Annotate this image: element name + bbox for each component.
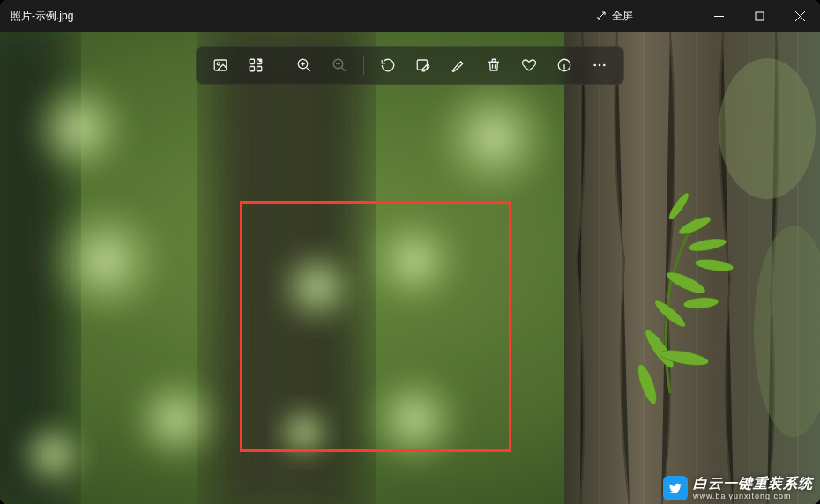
rotate-icon — [380, 57, 396, 73]
svg-point-14 — [719, 58, 816, 199]
svg-rect-26 — [214, 60, 227, 70]
more-icon — [592, 57, 608, 73]
svg-rect-30 — [250, 67, 254, 71]
delete-button[interactable] — [479, 50, 509, 80]
window-title: 照片 - 示例.jpg — [0, 9, 584, 24]
close-button[interactable] — [779, 0, 820, 32]
titlebar: 照片 - 示例.jpg 全屏 — [0, 0, 820, 32]
favorite-icon — [521, 57, 537, 73]
fullscreen-label: 全屏 — [612, 9, 633, 24]
svg-point-32 — [258, 59, 262, 63]
zoom-out-icon — [332, 57, 347, 73]
toolbar-separator — [363, 56, 364, 75]
svg-point-11 — [16, 418, 90, 492]
minimize-button[interactable] — [698, 0, 739, 32]
zoom-in-icon — [296, 57, 312, 73]
zoom-in-button[interactable] — [289, 50, 319, 80]
edit-image-button[interactable] — [408, 50, 438, 80]
svg-point-10 — [26, 76, 132, 182]
image-button[interactable] — [205, 50, 235, 80]
delete-icon — [486, 57, 502, 73]
edit-image-icon — [415, 57, 431, 73]
svg-point-9 — [430, 74, 557, 201]
svg-point-37 — [593, 64, 596, 67]
markup-icon — [451, 57, 466, 73]
app-window: 照片 - 示例.jpg 全屏 — [0, 0, 820, 504]
zoom-out-button — [324, 50, 354, 80]
film-strip-icon — [248, 57, 264, 73]
rotate-button[interactable] — [373, 50, 403, 80]
maximize-button[interactable] — [739, 0, 779, 32]
selection-rectangle[interactable] — [240, 201, 512, 452]
svg-point-4 — [44, 199, 168, 322]
more-button[interactable] — [585, 50, 615, 80]
photo-viewport[interactable]: 白云一键重装系统 www.baiyunxitong.com — [0, 32, 820, 504]
markup-button[interactable] — [444, 50, 473, 80]
floating-toolbar — [196, 46, 624, 85]
info-button[interactable] — [549, 50, 579, 80]
fullscreen-button[interactable]: 全屏 — [584, 5, 645, 27]
favorite-button[interactable] — [514, 50, 544, 80]
fullscreen-expand-icon — [596, 11, 607, 21]
image-icon — [212, 57, 228, 73]
svg-rect-35 — [417, 60, 427, 70]
svg-point-39 — [603, 64, 606, 67]
svg-point-27 — [217, 63, 220, 65]
svg-point-38 — [599, 64, 601, 67]
svg-rect-0 — [756, 12, 764, 20]
svg-rect-31 — [257, 67, 262, 71]
info-icon — [556, 57, 572, 73]
film-strip-button[interactable] — [241, 50, 271, 80]
file-name: 示例.jpg — [35, 9, 73, 24]
svg-rect-28 — [250, 59, 254, 63]
toolbar-separator — [280, 56, 280, 75]
app-name: 照片 — [11, 9, 32, 24]
svg-point-5 — [128, 371, 225, 468]
